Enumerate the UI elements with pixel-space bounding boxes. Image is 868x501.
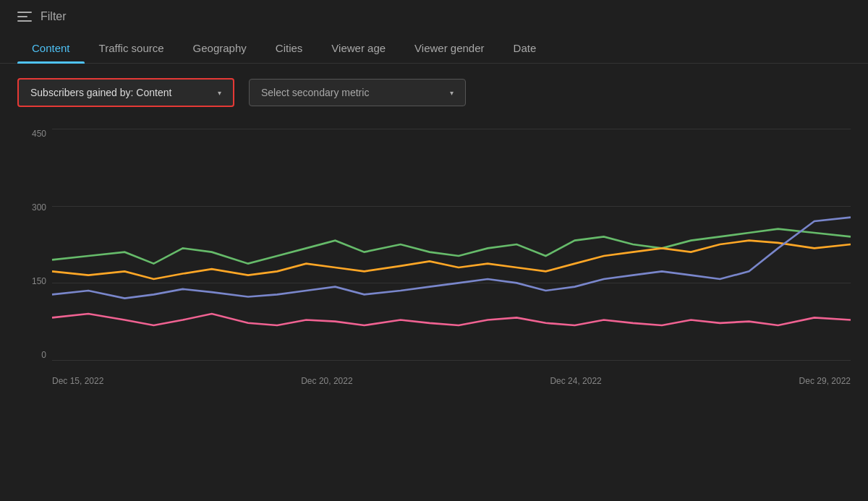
tab-date[interactable]: Date xyxy=(499,33,551,63)
x-axis: Dec 15, 2022 Dec 20, 2022 Dec 24, 2022 D… xyxy=(52,376,851,386)
filter-bar: Filter xyxy=(0,0,868,33)
tab-geography[interactable]: Geography xyxy=(179,33,261,63)
x-label-dec15: Dec 15, 2022 xyxy=(52,376,103,386)
tab-traffic-source[interactable]: Traffic source xyxy=(85,33,179,63)
tabs-bar: Content Traffic source Geography Cities … xyxy=(0,33,868,64)
line-pink xyxy=(52,314,851,325)
chart-svg xyxy=(52,129,851,360)
y-label-300: 300 xyxy=(32,202,46,213)
x-label-dec24: Dec 24, 2022 xyxy=(550,376,601,386)
secondary-metric-dropdown[interactable]: Select secondary metric ▾ xyxy=(249,79,466,106)
primary-metric-dropdown[interactable]: Subscribers gained by: Content ▾ xyxy=(17,78,234,107)
grid-line-bottom xyxy=(52,360,851,361)
primary-metric-chevron: ▾ xyxy=(218,89,221,97)
x-label-dec20: Dec 20, 2022 xyxy=(301,376,352,386)
filter-icon[interactable] xyxy=(17,12,32,22)
y-label-150: 150 xyxy=(32,276,46,286)
secondary-metric-chevron: ▾ xyxy=(450,89,454,97)
tab-viewer-age[interactable]: Viewer age xyxy=(317,33,400,63)
chart-area: 450 300 150 0 Dec 15, 2022 Dec 20, 2022 … xyxy=(0,121,868,396)
line-blue xyxy=(52,218,851,299)
primary-metric-label: Subscribers gained by: Content xyxy=(30,87,171,98)
chart-inner xyxy=(52,129,851,360)
tab-viewer-gender[interactable]: Viewer gender xyxy=(400,33,498,63)
y-label-0: 0 xyxy=(41,350,46,360)
line-orange xyxy=(52,241,851,279)
line-green xyxy=(52,229,851,264)
x-label-dec29: Dec 29, 2022 xyxy=(799,376,851,386)
controls-row: Subscribers gained by: Content ▾ Select … xyxy=(0,64,868,121)
tab-content[interactable]: Content xyxy=(17,33,85,63)
secondary-metric-label: Select secondary metric xyxy=(261,87,369,98)
y-axis: 450 300 150 0 xyxy=(17,129,46,360)
y-label-450: 450 xyxy=(32,129,46,139)
tab-cities[interactable]: Cities xyxy=(261,33,318,63)
filter-label: Filter xyxy=(41,10,67,23)
